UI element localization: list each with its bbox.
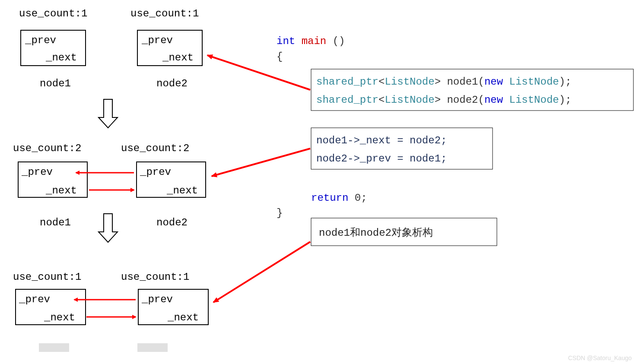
destruct-note: node1和node2对象析构 (319, 227, 433, 239)
use-count-2b: use_count:2 (121, 142, 189, 154)
n2: node2 (441, 94, 478, 106)
n1: node1 (441, 76, 478, 88)
use-count-3b: use_count:1 (121, 271, 189, 283)
node1-label-s2: node1 (40, 217, 71, 228)
s2: ; (565, 94, 571, 106)
brace-close: } (277, 207, 283, 219)
stage1: use_count:1 use_count:1 _prev _next _pre… (19, 8, 202, 89)
node1-prev-s1: _prev (25, 35, 56, 46)
use-count-2a: use_count:2 (13, 142, 81, 154)
pc2: ) (559, 94, 565, 106)
stage3: use_count:1 use_count:1 _prev _next _pre… (13, 271, 208, 352)
node2-label-s2: node2 (156, 217, 188, 228)
node2-next-s1: _next (162, 52, 194, 63)
fn-main: main (302, 35, 327, 47)
po1: ( (478, 76, 484, 88)
node1-label-s1: node1 (40, 78, 71, 89)
conn-arrow-2 (212, 149, 310, 176)
conn-arrow-3 (213, 242, 310, 302)
node1-next-s1: _next (45, 52, 77, 63)
kw-int: int (277, 35, 295, 47)
po2: ( (478, 94, 484, 106)
down-arrow-2 (99, 214, 118, 242)
node2-next-s3: _next (167, 312, 199, 323)
node1-next-s2: _next (45, 185, 77, 196)
ao1: < (378, 76, 385, 88)
svg-text:return
       0;: return 0; (311, 192, 367, 204)
pc1: ) (559, 76, 565, 88)
new1: new (484, 76, 503, 88)
node2-prev-s1: _prev (141, 35, 173, 46)
use-count-3a: use_count:1 (13, 271, 81, 283)
code-panel: int main () { shared_ptr<ListNode> node1… (277, 35, 633, 246)
node2-label-s1: node2 (156, 78, 188, 89)
ln2: ListNode (385, 94, 434, 106)
ao2: < (378, 94, 385, 106)
node2-prev-s3: _prev (141, 294, 173, 305)
ln1b: ListNode (503, 76, 559, 88)
shared-ptr-2: shared_ptr (316, 94, 378, 106)
use-count-1b: use_count:1 (130, 8, 199, 19)
shared-ptr-1: shared_ptr (316, 76, 378, 88)
ac2: > (435, 94, 441, 106)
s1: ; (565, 76, 571, 88)
svg-text:int
       
      main
      (: int main () (277, 35, 345, 47)
svg-rect-1 (137, 343, 168, 352)
diagram-svg: use_count:1 use_count:1 _prev _next _pre… (0, 0, 636, 364)
down-arrow-1 (99, 99, 118, 128)
node1-prev-s3: _prev (19, 294, 50, 305)
code-line3: node1->_next = node2; (316, 135, 447, 146)
node2-next-s2: _next (166, 185, 198, 196)
use-count-1a: use_count:1 (19, 8, 87, 19)
node1-prev-s2: _prev (21, 166, 53, 178)
ln1: ListNode (385, 76, 434, 88)
node1-next-s3: _next (44, 312, 75, 323)
ln2b: ListNode (503, 94, 559, 106)
kw-return: return (311, 192, 348, 204)
svg-text:shared_ptr<ListNode> node1(new: shared_ptr<ListNode> node1(new ListNode)… (316, 76, 572, 88)
svg-text:shared_ptr<ListNode> node2(new: shared_ptr<ListNode> node2(new ListNode)… (316, 94, 572, 106)
new2: new (484, 94, 503, 106)
ret-zero: 0; (355, 192, 367, 204)
brace-open: { (277, 51, 283, 63)
stage2: use_count:2 use_count:2 _prev _next _pre… (13, 142, 206, 228)
conn-arrow-1 (207, 55, 310, 90)
code-line4: node2->_prev = node1; (316, 153, 447, 165)
svg-rect-0 (39, 343, 69, 352)
parens: () (333, 35, 345, 47)
watermark: CSDN @Satoru_Kaugo (568, 355, 632, 361)
ac1: > (435, 76, 441, 88)
node2-prev-s2: _prev (140, 166, 171, 178)
